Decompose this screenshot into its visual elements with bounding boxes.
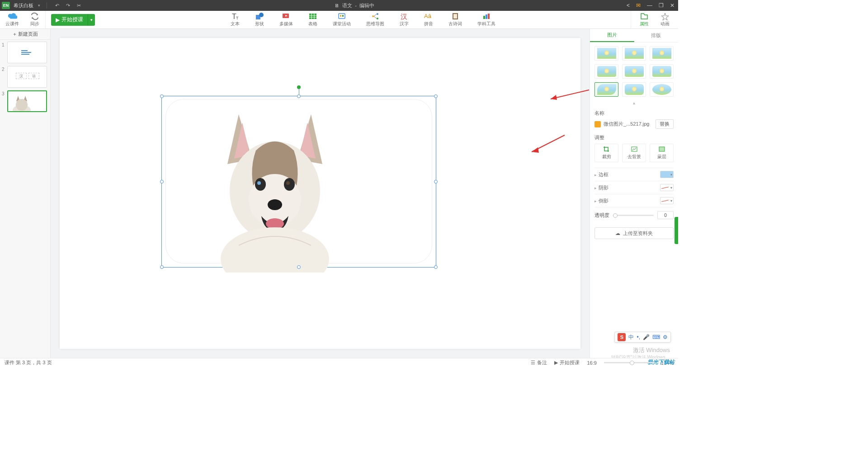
border-swatch[interactable]: ▾	[660, 171, 674, 178]
tool-text[interactable]: TT文本	[231, 12, 240, 27]
slide-thumb-2[interactable]: 汉语	[7, 66, 47, 88]
shadow-swatch[interactable]: ▾	[660, 184, 674, 191]
doc-name: 语文	[342, 2, 352, 9]
aspect-ratio[interactable]: 16:9	[587, 360, 596, 366]
zoom-slider[interactable]	[604, 362, 654, 363]
app-dropdown-icon[interactable]: ▾	[38, 3, 40, 8]
note-button[interactable]: ☰备注	[531, 359, 547, 366]
slide-thumb-3[interactable]	[7, 90, 47, 112]
plus-icon: ＋	[12, 31, 17, 38]
opacity-value[interactable]: 0	[657, 211, 674, 219]
inserted-image[interactable]	[207, 110, 343, 273]
tool-pinyin[interactable]: Aā拼音	[424, 12, 433, 27]
present-button[interactable]: ▶开始授课	[554, 359, 580, 366]
tab-properties[interactable]: 属性	[639, 12, 649, 27]
image-shape-grid	[594, 46, 674, 97]
ime-mic-icon[interactable]: 🎤	[643, 334, 650, 340]
canvas-area	[51, 29, 590, 358]
mail-icon[interactable]: ✉	[636, 2, 641, 9]
svg-rect-13	[342, 15, 344, 17]
tool-activity[interactable]: 课堂活动	[333, 12, 351, 27]
shape-option-rect3[interactable]	[650, 46, 674, 61]
remove-bg-button[interactable]: 去背景	[622, 144, 646, 162]
tool-shape[interactable]: 形状	[255, 12, 264, 27]
tool-media[interactable]: 多媒体	[279, 12, 293, 27]
opacity-slider[interactable]	[613, 215, 654, 216]
undo-icon[interactable]: ↶	[53, 2, 61, 9]
resize-handle[interactable]	[160, 265, 164, 269]
start-dropdown-icon[interactable]: ▾	[88, 14, 95, 26]
mask-button[interactable]: 蒙层	[650, 144, 674, 162]
shape-option-rounded3[interactable]	[650, 64, 674, 79]
shape-option-pill[interactable]	[622, 82, 646, 97]
svg-point-37	[284, 178, 295, 191]
sync-button[interactable]: 同步	[30, 12, 40, 27]
shadow-section[interactable]: ▸阴影▾	[594, 181, 674, 194]
page-indicator: 课件 第 3 页，共 3 页	[5, 359, 52, 366]
tool-mindmap[interactable]: 思维导图	[366, 12, 384, 27]
share-icon[interactable]: <	[627, 2, 630, 9]
collapse-handle[interactable]	[675, 217, 678, 244]
ime-punct-icon[interactable]: •,	[637, 334, 640, 340]
svg-point-41	[221, 227, 329, 273]
section-name: 名称	[594, 110, 674, 117]
shape-option-rect2[interactable]	[622, 46, 646, 61]
resize-handle[interactable]	[434, 94, 438, 98]
shape-option-ellipse[interactable]	[650, 82, 674, 97]
opacity-label: 透明度	[594, 212, 609, 219]
crop-button[interactable]: 裁剪	[594, 144, 618, 162]
svg-text:汉: 汉	[401, 13, 407, 20]
close-icon[interactable]: ✕	[670, 2, 675, 9]
sync-label: 同步	[30, 21, 39, 27]
rotate-handle[interactable]	[297, 85, 301, 89]
minimize-icon[interactable]: —	[647, 2, 652, 9]
tool-poem[interactable]: 古诗词	[448, 12, 462, 27]
slide-panel: ＋新建页面 1 2 汉语 3	[0, 29, 51, 358]
resize-handle[interactable]	[297, 265, 301, 269]
slide-thumb-1[interactable]	[7, 42, 47, 63]
tool-hanzi[interactable]: 汉汉字	[400, 12, 409, 27]
border-section[interactable]: ▸边框▾	[594, 168, 674, 181]
ime-keyboard-icon[interactable]: ⌨	[652, 334, 660, 340]
section-adjust: 调整	[594, 134, 674, 141]
new-page-button[interactable]: ＋新建页面	[0, 29, 50, 40]
resize-handle[interactable]	[434, 265, 438, 269]
ime-settings-icon[interactable]: ⚙	[663, 334, 668, 340]
reflect-section[interactable]: ▸倒影▾	[594, 194, 674, 207]
resize-handle[interactable]	[160, 180, 164, 183]
properties-panel: 图片 排版 ▴ 名称 微信图片_...5217.jpg 替换	[590, 29, 678, 358]
start-teaching-button[interactable]: ▶开始授课 ▾	[51, 14, 95, 26]
cloud-courseware-button[interactable]: 云课件	[5, 12, 19, 27]
svg-marker-45	[532, 147, 539, 153]
app-name[interactable]: 希沃白板	[14, 2, 33, 9]
shape-option-rounded[interactable]	[594, 64, 618, 79]
shape-option-rect[interactable]	[594, 46, 618, 61]
slide-canvas[interactable]	[60, 38, 580, 349]
resize-handle[interactable]	[297, 94, 301, 98]
resize-handle[interactable]	[160, 94, 164, 98]
resize-handle[interactable]	[434, 180, 438, 183]
shape-more-icon[interactable]: ▴	[594, 100, 674, 105]
svg-rect-47	[659, 147, 665, 151]
annotation-arrow-1	[546, 88, 591, 103]
tab-layout[interactable]: 排版	[634, 29, 679, 42]
svg-rect-22	[486, 14, 487, 19]
ime-mode[interactable]: 中	[628, 334, 634, 341]
tool-subject[interactable]: 学科工具	[477, 12, 495, 27]
maximize-icon[interactable]: ❐	[659, 2, 664, 9]
upload-button[interactable]: ☁上传至资料夹	[594, 227, 674, 239]
tab-animation[interactable]: 动画	[660, 12, 670, 27]
replace-button[interactable]: 替换	[656, 119, 674, 129]
svg-point-39	[268, 199, 282, 210]
cut-icon[interactable]: ✂	[75, 2, 82, 9]
image-selection[interactable]	[161, 96, 436, 268]
image-file-icon	[594, 121, 601, 127]
reflect-swatch[interactable]: ▾	[660, 197, 674, 204]
image-file-name: 微信图片_...5217.jpg	[604, 121, 653, 127]
tool-table[interactable]: 表格	[308, 12, 317, 27]
tab-image[interactable]: 图片	[590, 29, 634, 42]
redo-icon[interactable]: ↷	[64, 2, 71, 9]
shape-option-leaf[interactable]	[594, 82, 618, 97]
ime-toolbar[interactable]: S 中 •, 🎤 ⌨ ⚙	[614, 332, 671, 343]
shape-option-rounded2[interactable]	[622, 64, 646, 79]
